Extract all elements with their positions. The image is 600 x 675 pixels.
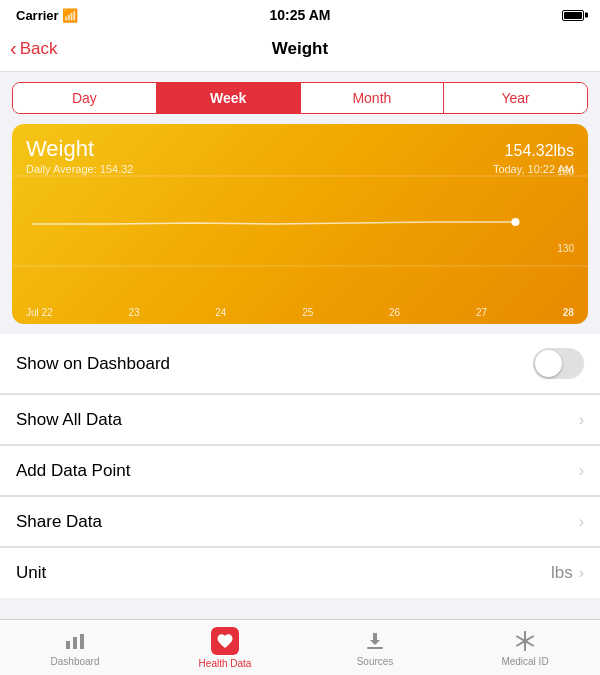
show-all-data-item[interactable]: Show All Data › <box>0 395 600 445</box>
toggle-knob <box>535 350 562 377</box>
asterisk-icon <box>513 629 537 653</box>
weight-chart-card: Weight Daily Average: 154.32 154.32lbs T… <box>12 124 588 324</box>
tab-bar: Dashboard Health Data Sources Medical ID <box>0 619 600 675</box>
back-button[interactable]: ‹ Back <box>10 39 57 59</box>
download-icon <box>363 629 387 653</box>
chart-x-28: 28 <box>563 307 574 318</box>
chart-svg <box>12 166 588 296</box>
tab-dashboard[interactable]: Dashboard <box>0 620 150 675</box>
chart-x-labels: Jul 22 23 24 25 26 27 28 <box>26 307 574 318</box>
status-bar: Carrier 📶 10:25 AM <box>0 0 600 28</box>
show-on-dashboard-label: Show on Dashboard <box>16 354 170 374</box>
add-data-point-item[interactable]: Add Data Point › <box>0 446 600 496</box>
unit-item[interactable]: Unit lbs › <box>0 548 600 598</box>
add-data-point-right: › <box>579 462 584 480</box>
tab-medical-id[interactable]: Medical ID <box>450 620 600 675</box>
carrier-label: Carrier 📶 <box>16 8 205 23</box>
tab-sources-label: Sources <box>357 656 394 667</box>
chart-y-label-bottom: 130 <box>557 243 574 254</box>
battery-area <box>395 10 584 21</box>
back-chevron-icon: ‹ <box>10 38 17 58</box>
svg-rect-4 <box>80 634 84 649</box>
chart-data-point <box>511 218 519 226</box>
back-label: Back <box>20 39 58 59</box>
unit-value: lbs <box>551 563 573 583</box>
tab-medical-id-label: Medical ID <box>501 656 548 667</box>
segment-month[interactable]: Month <box>301 83 445 113</box>
chevron-right-icon-4: › <box>579 564 584 582</box>
chart-title: Weight <box>26 136 133 162</box>
tab-health-data[interactable]: Health Data <box>150 620 300 675</box>
unit-right: lbs › <box>551 563 584 583</box>
chart-x-25: 25 <box>302 307 313 318</box>
chevron-right-icon-3: › <box>579 513 584 531</box>
heart-icon <box>216 632 234 650</box>
chart-x-jul22: Jul 22 <box>26 307 53 318</box>
chart-value: 154.32lbs <box>493 136 574 162</box>
add-data-point-label: Add Data Point <box>16 461 130 481</box>
show-on-dashboard-item: Show on Dashboard <box>0 334 600 394</box>
nav-header: ‹ Back Weight <box>0 28 600 72</box>
segment-year[interactable]: Year <box>444 83 587 113</box>
battery-fill <box>564 12 582 19</box>
time-label: 10:25 AM <box>205 7 394 23</box>
time-segment-control: Day Week Month Year <box>12 82 588 114</box>
chevron-right-icon: › <box>579 411 584 429</box>
unit-label: Unit <box>16 563 46 583</box>
heart-badge-icon <box>211 627 239 655</box>
svg-rect-2 <box>66 641 70 649</box>
segment-week[interactable]: Week <box>157 83 301 113</box>
chart-y-label-top: 180 <box>557 166 574 177</box>
battery-icon <box>562 10 584 21</box>
show-on-dashboard-toggle[interactable] <box>533 348 584 379</box>
chart-x-26: 26 <box>389 307 400 318</box>
tab-health-data-label: Health Data <box>199 658 252 669</box>
share-data-item[interactable]: Share Data › <box>0 497 600 547</box>
page-title: Weight <box>272 39 328 59</box>
share-data-right: › <box>579 513 584 531</box>
chart-x-24: 24 <box>215 307 226 318</box>
svg-rect-5 <box>367 647 383 649</box>
chevron-right-icon-2: › <box>579 462 584 480</box>
share-data-label: Share Data <box>16 512 102 532</box>
settings-list: Show on Dashboard Show All Data › Add Da… <box>0 334 600 598</box>
tab-sources[interactable]: Sources <box>300 620 450 675</box>
chart-x-23: 23 <box>128 307 139 318</box>
segment-day[interactable]: Day <box>13 83 157 113</box>
chart-icon <box>63 629 87 653</box>
tab-dashboard-label: Dashboard <box>51 656 100 667</box>
show-all-data-right: › <box>579 411 584 429</box>
chart-x-27: 27 <box>476 307 487 318</box>
show-all-data-label: Show All Data <box>16 410 122 430</box>
svg-rect-3 <box>73 637 77 649</box>
